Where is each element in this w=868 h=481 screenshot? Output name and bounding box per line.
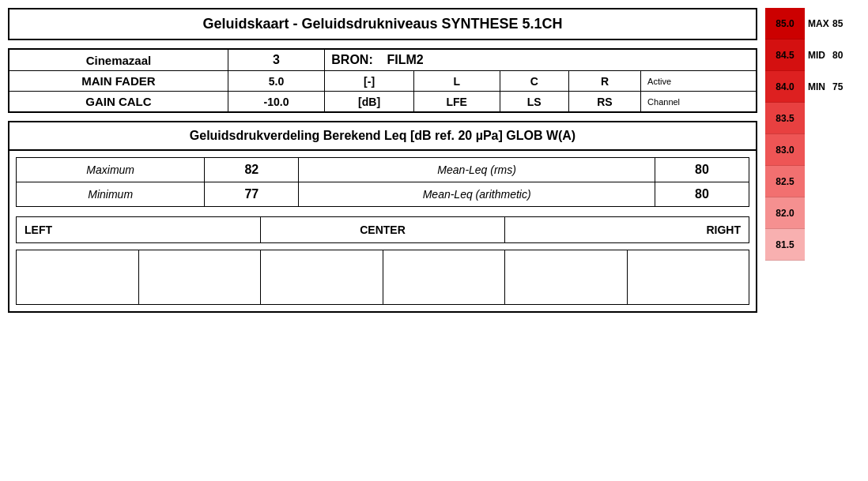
color-scale-container: 85.084.584.083.583.082.582.081.5 MAX85MI… bbox=[765, 8, 860, 473]
seats-col-5 bbox=[505, 250, 628, 304]
ls-label: LS bbox=[500, 92, 568, 113]
lcr-row: LEFT CENTER RIGHT bbox=[16, 216, 749, 243]
lfe-label: LFE bbox=[413, 92, 500, 113]
main-fader-label: MAIN FADER bbox=[9, 71, 228, 92]
legend-key-0: MAX bbox=[808, 18, 830, 29]
color-segment-3: 83.5 bbox=[765, 103, 805, 134]
main-fader-value: 5.0 bbox=[228, 71, 324, 92]
right-panel: 85.084.584.083.583.082.582.081.5 MAX85MI… bbox=[765, 8, 860, 473]
left-panel: Geluidskaart - Geluidsdrukniveaus SYNTHE… bbox=[8, 8, 757, 473]
color-segment-7: 81.5 bbox=[765, 229, 805, 261]
minimum-value: 77 bbox=[205, 182, 299, 207]
legend-value-2: 75 bbox=[832, 81, 843, 92]
right-label: RIGHT bbox=[505, 217, 749, 242]
scale-label-row-5 bbox=[808, 166, 859, 197]
rs-label: RS bbox=[568, 92, 640, 113]
bron-value: FILM2 bbox=[387, 53, 423, 66]
color-segment-5: 82.5 bbox=[765, 166, 805, 197]
channel-label: Channel bbox=[641, 92, 757, 113]
scale-label-row-1: MID80 bbox=[808, 39, 859, 71]
scale-label-row-7 bbox=[808, 229, 859, 261]
active-label: Active bbox=[641, 71, 757, 92]
legend-key-2: MIN bbox=[808, 81, 830, 92]
info-table: Cinemazaal 3 BRON: FILM2 MAIN FADER 5.0 … bbox=[8, 48, 757, 113]
mean-rms-label: Mean-Leq (rms) bbox=[299, 158, 655, 182]
scale-label-row-2: MIN75 bbox=[808, 71, 859, 103]
distribution-title: Geluidsdrukverdeling Berekend Leq [dB re… bbox=[9, 122, 756, 151]
maximum-value: 82 bbox=[205, 158, 299, 182]
color-segment-0: 85.0 bbox=[765, 8, 805, 39]
cinemazaal-value: 3 bbox=[228, 49, 324, 71]
r-label: R bbox=[568, 71, 640, 92]
seats-area bbox=[16, 250, 749, 305]
cinemazaal-label: Cinemazaal bbox=[9, 49, 228, 71]
maximum-label: Maximum bbox=[17, 158, 205, 182]
distribution-content: Maximum 82 Mean-Leq (rms) 80 Minimum 77 … bbox=[9, 151, 756, 311]
c-label: C bbox=[500, 71, 568, 92]
gain-calc-value: -10.0 bbox=[228, 92, 324, 113]
seats-col-4 bbox=[383, 250, 506, 304]
center-label: CENTER bbox=[261, 217, 505, 242]
color-bar: 85.084.584.083.583.082.582.081.5 bbox=[765, 8, 805, 261]
scale-label-row-0: MAX85 bbox=[808, 8, 859, 39]
bracket-label: [-] bbox=[325, 71, 414, 92]
page-title: Geluidskaart - Geluidsdrukniveaus SYNTHE… bbox=[202, 16, 562, 32]
gain-calc-label: GAIN CALC bbox=[9, 92, 228, 113]
seats-col-2 bbox=[139, 250, 262, 304]
mean-rms-value: 80 bbox=[655, 158, 749, 182]
legend-key-1: MID bbox=[808, 50, 830, 61]
scale-label-row-3 bbox=[808, 103, 859, 134]
scale-label-row-6 bbox=[808, 197, 859, 229]
mean-arith-label: Mean-Leq (arithmetic) bbox=[299, 182, 655, 207]
color-segment-2: 84.0 bbox=[765, 71, 805, 103]
color-segment-6: 82.0 bbox=[765, 197, 805, 229]
left-label: LEFT bbox=[17, 217, 261, 242]
legend-value-0: 85 bbox=[832, 18, 843, 29]
color-segment-4: 83.0 bbox=[765, 134, 805, 166]
main-wrapper: Geluidskaart - Geluidsdrukniveaus SYNTHE… bbox=[0, 0, 868, 481]
color-segment-1: 84.5 bbox=[765, 39, 805, 71]
distribution-box: Geluidsdrukverdeling Berekend Leq [dB re… bbox=[8, 121, 757, 313]
minimum-label: Minimum bbox=[17, 182, 205, 207]
l-label: L bbox=[413, 71, 500, 92]
db-label: [dB] bbox=[325, 92, 414, 113]
stats-table: Maximum 82 Mean-Leq (rms) 80 Minimum 77 … bbox=[16, 157, 749, 207]
scale-label-row-4 bbox=[808, 134, 859, 166]
seats-col-6 bbox=[628, 250, 749, 304]
seats-col-3 bbox=[261, 250, 383, 304]
mean-arith-value: 80 bbox=[655, 182, 749, 207]
title-box: Geluidskaart - Geluidsdrukniveaus SYNTHE… bbox=[8, 8, 757, 40]
scale-labels: MAX85MID80MIN75 bbox=[808, 8, 859, 261]
seats-col-1 bbox=[17, 250, 139, 304]
bron-label: BRON: bbox=[331, 53, 372, 66]
legend-value-1: 80 bbox=[832, 50, 843, 61]
